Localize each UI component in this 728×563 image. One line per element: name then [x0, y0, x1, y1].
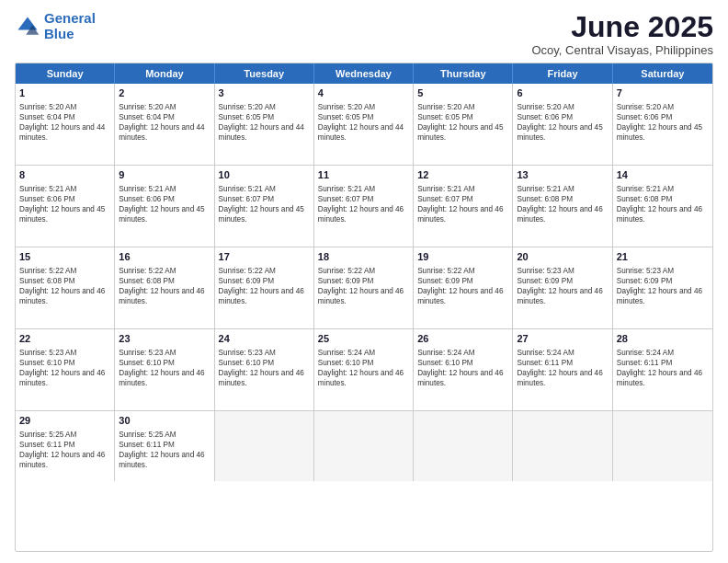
calendar-cell: 27Sunrise: 5:24 AMSunset: 6:11 PMDayligh…	[513, 329, 612, 410]
day-number: 8	[19, 168, 110, 182]
calendar-cell: 6Sunrise: 5:20 AMSunset: 6:06 PMDaylight…	[513, 84, 612, 165]
calendar-cell: 17Sunrise: 5:22 AMSunset: 6:09 PMDayligh…	[215, 247, 314, 328]
calendar-week: 15Sunrise: 5:22 AMSunset: 6:08 PMDayligh…	[16, 247, 712, 328]
weekday-header: Tuesday	[215, 63, 314, 84]
cell-info: Sunrise: 5:22 AMSunset: 6:09 PMDaylight:…	[417, 266, 508, 306]
cell-info: Sunrise: 5:20 AMSunset: 6:05 PMDaylight:…	[219, 102, 310, 143]
cell-info: Sunrise: 5:22 AMSunset: 6:09 PMDaylight:…	[219, 266, 310, 306]
day-number: 18	[318, 250, 409, 264]
day-number: 24	[219, 332, 310, 346]
logo-line1: General	[44, 10, 96, 26]
day-number: 27	[517, 332, 608, 346]
calendar-cell: 4Sunrise: 5:20 AMSunset: 6:05 PMDaylight…	[314, 84, 414, 165]
calendar-cell: 22Sunrise: 5:23 AMSunset: 6:10 PMDayligh…	[16, 329, 115, 410]
weekday-header: Monday	[115, 63, 214, 84]
cell-info: Sunrise: 5:23 AMSunset: 6:09 PMDaylight:…	[617, 266, 709, 306]
weekday-header: Wednesday	[314, 63, 414, 84]
day-number: 26	[417, 332, 508, 346]
cell-info: Sunrise: 5:20 AMSunset: 6:06 PMDaylight:…	[517, 102, 608, 143]
cell-info: Sunrise: 5:21 AMSunset: 6:07 PMDaylight:…	[318, 184, 409, 224]
cell-info: Sunrise: 5:23 AMSunset: 6:09 PMDaylight:…	[517, 266, 608, 306]
calendar-cell: 25Sunrise: 5:24 AMSunset: 6:10 PMDayligh…	[314, 329, 414, 410]
calendar-body: 1Sunrise: 5:20 AMSunset: 6:04 PMDaylight…	[16, 84, 712, 481]
weekday-header: Saturday	[613, 63, 712, 84]
day-number: 30	[119, 414, 210, 428]
calendar-cell: 13Sunrise: 5:21 AMSunset: 6:08 PMDayligh…	[513, 166, 612, 247]
calendar-header: SundayMondayTuesdayWednesdayThursdayFrid…	[16, 63, 712, 84]
calendar-cell: 11Sunrise: 5:21 AMSunset: 6:07 PMDayligh…	[314, 166, 414, 247]
day-number: 2	[119, 86, 210, 100]
cell-info: Sunrise: 5:23 AMSunset: 6:10 PMDaylight:…	[219, 348, 310, 388]
cell-info: Sunrise: 5:20 AMSunset: 6:04 PMDaylight:…	[119, 102, 210, 143]
header: General Blue June 2025 Ocoy, Central Vis…	[15, 11, 713, 57]
logo-text: General Blue	[44, 11, 96, 41]
cell-info: Sunrise: 5:24 AMSunset: 6:11 PMDaylight:…	[617, 348, 709, 388]
logo: General Blue	[15, 11, 96, 41]
calendar-cell	[215, 411, 314, 481]
day-number: 16	[119, 250, 210, 264]
day-number: 3	[219, 86, 310, 100]
calendar-cell	[414, 411, 513, 481]
cell-info: Sunrise: 5:22 AMSunset: 6:08 PMDaylight:…	[19, 266, 110, 306]
day-number: 6	[517, 86, 608, 100]
calendar-cell	[613, 411, 712, 481]
cell-info: Sunrise: 5:23 AMSunset: 6:10 PMDaylight:…	[19, 348, 110, 388]
calendar-cell: 10Sunrise: 5:21 AMSunset: 6:07 PMDayligh…	[215, 166, 314, 247]
calendar-week: 29Sunrise: 5:25 AMSunset: 6:11 PMDayligh…	[16, 410, 712, 481]
cell-info: Sunrise: 5:22 AMSunset: 6:09 PMDaylight:…	[318, 266, 409, 306]
day-number: 15	[19, 250, 110, 264]
cell-info: Sunrise: 5:24 AMSunset: 6:10 PMDaylight:…	[318, 348, 409, 388]
title-block: June 2025 Ocoy, Central Visayas, Philipp…	[531, 11, 713, 57]
page: General Blue June 2025 Ocoy, Central Vis…	[0, 0, 728, 563]
cell-info: Sunrise: 5:24 AMSunset: 6:11 PMDaylight:…	[517, 348, 608, 388]
calendar-cell: 30Sunrise: 5:25 AMSunset: 6:11 PMDayligh…	[115, 411, 214, 481]
cell-info: Sunrise: 5:25 AMSunset: 6:11 PMDaylight:…	[19, 430, 110, 470]
day-number: 13	[517, 168, 608, 182]
calendar-cell: 5Sunrise: 5:20 AMSunset: 6:05 PMDaylight…	[414, 84, 513, 165]
day-number: 1	[19, 86, 110, 100]
calendar-cell: 23Sunrise: 5:23 AMSunset: 6:10 PMDayligh…	[115, 329, 214, 410]
calendar-week: 8Sunrise: 5:21 AMSunset: 6:06 PMDaylight…	[16, 165, 712, 247]
calendar-cell: 28Sunrise: 5:24 AMSunset: 6:11 PMDayligh…	[613, 329, 712, 410]
calendar-cell: 19Sunrise: 5:22 AMSunset: 6:09 PMDayligh…	[414, 247, 513, 328]
calendar-cell: 3Sunrise: 5:20 AMSunset: 6:05 PMDaylight…	[215, 84, 314, 165]
calendar-cell: 9Sunrise: 5:21 AMSunset: 6:06 PMDaylight…	[115, 166, 214, 247]
calendar-cell: 14Sunrise: 5:21 AMSunset: 6:08 PMDayligh…	[613, 166, 712, 247]
calendar-cell: 24Sunrise: 5:23 AMSunset: 6:10 PMDayligh…	[215, 329, 314, 410]
calendar-cell: 29Sunrise: 5:25 AMSunset: 6:11 PMDayligh…	[16, 411, 115, 481]
day-number: 29	[19, 414, 110, 428]
calendar-week: 22Sunrise: 5:23 AMSunset: 6:10 PMDayligh…	[16, 328, 712, 410]
weekday-header: Sunday	[16, 63, 115, 84]
month-title: June 2025	[531, 11, 713, 43]
weekday-header: Friday	[513, 63, 612, 84]
cell-info: Sunrise: 5:20 AMSunset: 6:05 PMDaylight:…	[318, 102, 409, 143]
calendar-cell: 20Sunrise: 5:23 AMSunset: 6:09 PMDayligh…	[513, 247, 612, 328]
day-number: 11	[318, 168, 409, 182]
cell-info: Sunrise: 5:22 AMSunset: 6:08 PMDaylight:…	[119, 266, 210, 306]
day-number: 25	[318, 332, 409, 346]
calendar-cell: 7Sunrise: 5:20 AMSunset: 6:06 PMDaylight…	[613, 84, 712, 165]
cell-info: Sunrise: 5:21 AMSunset: 6:07 PMDaylight:…	[219, 184, 310, 224]
cell-info: Sunrise: 5:21 AMSunset: 6:08 PMDaylight:…	[617, 184, 709, 224]
cell-info: Sunrise: 5:20 AMSunset: 6:06 PMDaylight:…	[617, 102, 709, 143]
day-number: 12	[417, 168, 508, 182]
cell-info: Sunrise: 5:24 AMSunset: 6:10 PMDaylight:…	[417, 348, 508, 388]
cell-info: Sunrise: 5:21 AMSunset: 6:08 PMDaylight:…	[517, 184, 608, 224]
day-number: 9	[119, 168, 210, 182]
cell-info: Sunrise: 5:20 AMSunset: 6:05 PMDaylight:…	[417, 102, 508, 143]
day-number: 22	[19, 332, 110, 346]
calendar-cell: 12Sunrise: 5:21 AMSunset: 6:07 PMDayligh…	[414, 166, 513, 247]
calendar-cell: 8Sunrise: 5:21 AMSunset: 6:06 PMDaylight…	[16, 166, 115, 247]
calendar-cell: 21Sunrise: 5:23 AMSunset: 6:09 PMDayligh…	[613, 247, 712, 328]
calendar-cell: 18Sunrise: 5:22 AMSunset: 6:09 PMDayligh…	[314, 247, 414, 328]
day-number: 7	[617, 86, 709, 100]
calendar-cell: 26Sunrise: 5:24 AMSunset: 6:10 PMDayligh…	[414, 329, 513, 410]
calendar-cell: 1Sunrise: 5:20 AMSunset: 6:04 PMDaylight…	[16, 84, 115, 165]
day-number: 14	[617, 168, 709, 182]
location: Ocoy, Central Visayas, Philippines	[531, 43, 713, 57]
logo-line2: Blue	[44, 26, 74, 41]
day-number: 23	[119, 332, 210, 346]
day-number: 5	[417, 86, 508, 100]
day-number: 19	[417, 250, 508, 264]
day-number: 10	[219, 168, 310, 182]
